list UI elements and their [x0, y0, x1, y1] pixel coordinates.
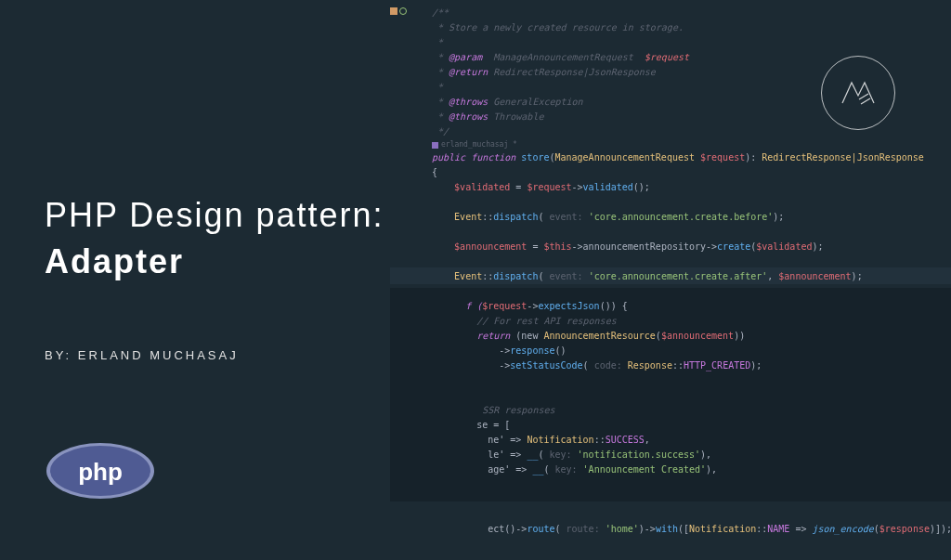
code-line — [432, 195, 951, 210]
code-line — [432, 254, 951, 269]
code-line: $validated = $request->validated(); — [432, 180, 951, 195]
code-line: se = [ — [432, 418, 951, 433]
code-line: le' => __( key: 'notification.success'), — [432, 448, 951, 462]
code-line — [432, 477, 951, 492]
code-line: f ($request->expectsJson()) { — [432, 299, 951, 314]
title-line-1: PHP Design pattern: — [45, 195, 384, 235]
code-line: return (new AnnouncementResource($announ… — [432, 329, 951, 344]
code-line — [432, 284, 951, 299]
code-line — [432, 373, 951, 388]
code-line: $announcement = $this->announcementRepos… — [432, 240, 951, 254]
code-line: * @throws Throwable — [432, 110, 951, 124]
code-line — [432, 225, 951, 240]
code-line: * — [432, 80, 951, 95]
code-line: * @return RedirectResponse|JsonResponse — [432, 65, 951, 80]
title-line-2: Adapter — [45, 239, 384, 285]
code-line — [432, 492, 951, 507]
code-line: ->response() — [432, 344, 951, 358]
code-line: Event::dispatch( event: 'core.announceme… — [432, 269, 951, 284]
code-editor: /** * Store a newly created resource in … — [390, 6, 951, 553]
code-line: Event::dispatch( event: 'core.announceme… — [432, 210, 951, 225]
author-hint: erland_muchasaj * — [390, 139, 951, 150]
code-line: * Store a newly created resource in stor… — [432, 20, 951, 35]
code-line: { — [432, 165, 951, 180]
code-line — [432, 388, 951, 403]
title-block: PHP Design pattern: Adapter — [45, 195, 384, 286]
code-line: public function store(ManageAnnouncement… — [432, 150, 951, 165]
svg-text:php: php — [78, 458, 123, 486]
code-line: * @param ManageAnnouncementRequest $requ… — [432, 50, 951, 65]
code-line: SSR responses — [432, 403, 951, 418]
code-line: ect()->route( route: 'home')->with([Noti… — [432, 522, 951, 537]
code-line: * — [432, 35, 951, 50]
code-line: age' => __( key: 'Announcement Created')… — [432, 462, 951, 477]
code-line: /** — [432, 6, 951, 20]
code-line: ne' => Notification::SUCCESS, — [432, 433, 951, 448]
byline: BY: ERLAND MUCHASAJ — [45, 348, 239, 362]
code-line: // For rest API responses — [432, 314, 951, 329]
code-line — [432, 507, 951, 522]
author-icon — [432, 142, 438, 149]
php-logo: php — [45, 441, 156, 504]
code-line: ->setStatusCode( code: Response::HTTP_CR… — [432, 358, 951, 373]
code-line: * @throws GeneralException — [432, 95, 951, 110]
